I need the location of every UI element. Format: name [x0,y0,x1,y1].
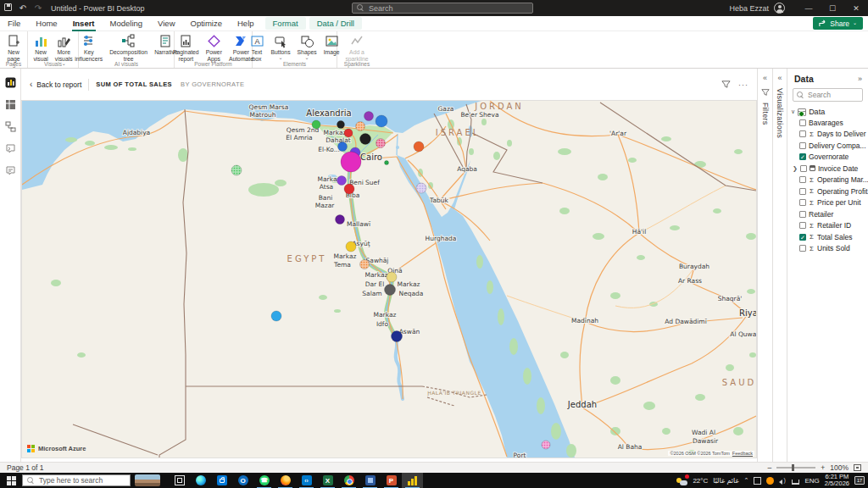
report-view-icon[interactable] [5,77,16,88]
map-bubble[interactable] [376,115,387,127]
field-checkbox[interactable] [800,165,807,172]
expand-icon[interactable]: « [763,74,767,82]
model-view-icon[interactable] [5,121,16,132]
maximize-button[interactable]: ☐ [821,0,844,16]
field-row[interactable]: ΣPrice per Unit [787,197,868,209]
map-bubble[interactable] [356,122,365,131]
store-button[interactable] [211,473,232,488]
map-bubble[interactable] [344,184,354,194]
minimize-button[interactable]: — [797,0,821,16]
whatsapp-button[interactable]: ☎ [253,473,275,488]
account-name[interactable]: Heba Ezzat [729,4,769,13]
tray-app-icon[interactable] [754,477,761,485]
network-icon[interactable] [792,480,799,485]
map-bubble[interactable] [337,176,347,186]
clock[interactable]: 6:21 PM 2/5/2026 [825,474,849,488]
map-bubble[interactable] [416,183,426,193]
outlook-button[interactable]: O [232,473,253,488]
map-bubble[interactable] [344,129,353,137]
map-bubble[interactable] [360,260,370,269]
task-view-button[interactable] [169,473,190,488]
save-icon[interactable] [0,3,15,13]
dax-query-view-icon[interactable] [5,143,16,154]
field-row[interactable]: ΣOperating Mar... [787,175,868,186]
field-checkbox[interactable] [799,222,806,229]
map-bubble[interactable] [385,285,396,296]
tray-firefox-icon[interactable] [766,477,774,485]
power-apps-button[interactable]: Power Apps [203,33,225,63]
tab-format[interactable]: Format [265,17,306,30]
visualizations-pane-collapsed[interactable]: « Visualizations [772,69,787,462]
map-bubble[interactable] [271,311,281,321]
powerpoint-button[interactable]: P [381,473,402,488]
edge-button[interactable] [190,473,211,488]
vscode-button[interactable]: ‹› [296,473,317,488]
map-bubble[interactable] [385,161,389,165]
notification-center-icon[interactable]: 17 [854,476,865,485]
field-row[interactable]: ✓Governorate [787,152,868,164]
word-button[interactable] [359,473,381,488]
field-row[interactable]: ΣOperating Profit [787,186,868,197]
tab-home[interactable]: Home [28,16,64,31]
data-table-root[interactable]: ∨ Data [787,107,868,117]
global-search-input[interactable]: Search [352,3,533,14]
power-bi-button[interactable] [402,473,423,488]
zoom-out-button[interactable]: – [768,463,772,472]
taskbar-search-input[interactable]: Type here to search [22,474,131,486]
weather-icon[interactable] [676,476,687,485]
tmdl-view-icon[interactable] [5,165,16,176]
map-bubble[interactable] [336,215,345,225]
buttons-button[interactable]: Buttons⌄ [268,33,294,63]
excel-button[interactable]: X [317,473,338,488]
back-to-report-button[interactable]: ‹Back to report [30,80,81,89]
tab-help[interactable]: Help [230,16,262,31]
field-checkbox[interactable] [799,142,806,149]
volume-icon[interactable] [779,477,787,485]
close-button[interactable]: ✕ [844,0,868,16]
field-row[interactable]: ✓ΣTotal Sales [787,231,868,243]
map-bubble[interactable] [231,165,242,175]
tab-modeling[interactable]: Modeling [103,16,151,31]
tray-expand-icon[interactable]: ⌃ [744,477,749,484]
filters-pane-collapsed[interactable]: « Filters [757,69,772,462]
decomposition-tree-button[interactable]: Decomposition tree [106,33,151,63]
field-row[interactable]: Delivery Compa... [787,140,868,152]
zoom-slider[interactable] [776,467,815,469]
field-checkbox[interactable] [799,130,806,137]
avatar[interactable] [774,3,785,14]
map-bubble[interactable] [364,112,374,121]
tab-view[interactable]: View [150,16,182,31]
field-row[interactable]: ❯Invoice Date [787,163,868,175]
tab-optimize[interactable]: Optimize [183,16,230,31]
filter-icon[interactable] [721,80,731,89]
field-checkbox[interactable] [799,245,806,252]
map-bubble[interactable] [346,241,356,252]
field-checkbox[interactable] [799,199,806,206]
map-bubble[interactable] [338,142,348,152]
field-checkbox[interactable] [799,176,806,183]
tab-insert[interactable]: Insert [65,16,103,31]
language-indicator[interactable]: ENG [804,477,819,485]
table-view-icon[interactable] [5,99,16,110]
news-widget-thumbnail[interactable] [135,474,160,486]
feedback-link[interactable]: Feedback [732,451,753,456]
map-bubble[interactable] [337,121,345,129]
field-row[interactable]: ΣDays to Deliver [787,129,868,141]
field-row[interactable]: Retailer [787,208,868,220]
redo-icon[interactable]: ↷ [31,3,46,13]
collapse-icon[interactable]: » [858,75,862,83]
map-bubble[interactable] [387,272,397,282]
key-influencers-button[interactable]: Key influencers [71,33,106,63]
more-options-icon[interactable]: ··· [738,80,748,89]
weather-temp[interactable]: 22°C [693,477,708,485]
map-bubble[interactable] [414,141,424,152]
map-bubble[interactable] [312,120,320,129]
fit-to-page-icon[interactable] [854,464,861,471]
map-bubble[interactable] [360,134,371,145]
map-bubble[interactable] [392,331,403,342]
field-row[interactable]: ΣRetailer ID [787,220,868,232]
chrome-button[interactable] [338,473,359,488]
map-bubble[interactable] [376,139,386,148]
field-row[interactable]: ΣUnits Sold [787,243,868,255]
start-button[interactable] [0,476,22,485]
